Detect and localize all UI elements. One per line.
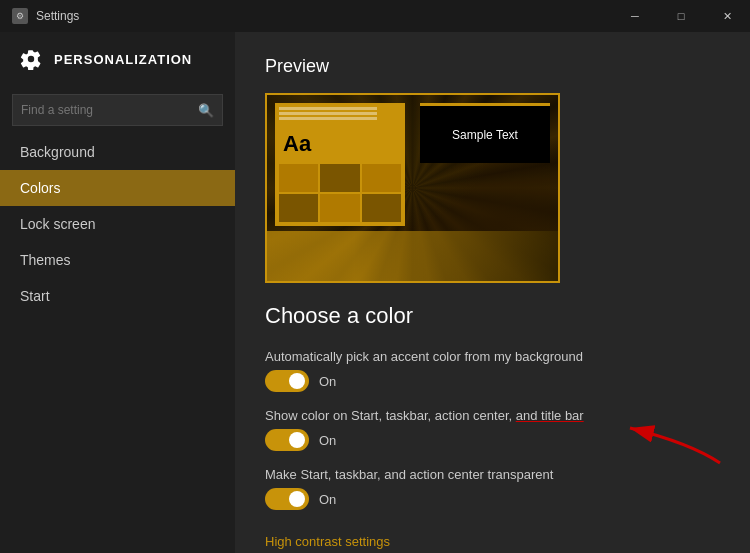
transparent-toggle-label: On bbox=[319, 492, 336, 507]
preview-lines bbox=[279, 107, 401, 120]
sidebar-header: PERSONALIZATION bbox=[0, 32, 235, 86]
preview-inner: Aa bbox=[275, 103, 405, 226]
show-color-toggle-row: On bbox=[265, 429, 720, 451]
setting-transparent: Make Start, taskbar, and action center t… bbox=[265, 467, 720, 510]
sidebar-header-title: PERSONALIZATION bbox=[54, 52, 192, 67]
sidebar-item-lock-screen[interactable]: Lock screen bbox=[0, 206, 235, 242]
auto-accent-toggle-row: On bbox=[265, 370, 720, 392]
auto-accent-label: Automatically pick an accent color from … bbox=[265, 349, 720, 364]
sidebar-item-background[interactable]: Background bbox=[0, 134, 235, 170]
transparent-toggle-knob bbox=[289, 491, 305, 507]
preview-line-2 bbox=[279, 112, 377, 115]
show-color-underlined: and title bar bbox=[516, 408, 584, 423]
preview-bottom-strip bbox=[267, 231, 558, 281]
show-color-toggle-label: On bbox=[319, 433, 336, 448]
gear-icon bbox=[20, 48, 42, 70]
show-color-toggle-knob bbox=[289, 432, 305, 448]
sidebar-search: 🔍 bbox=[0, 86, 235, 134]
preview-container: Aa Sample Text bbox=[265, 93, 560, 283]
title-bar: ⚙ Settings ─ □ ✕ bbox=[0, 0, 750, 32]
transparent-toggle-row: On bbox=[265, 488, 720, 510]
setting-auto-accent: Automatically pick an accent color from … bbox=[265, 349, 720, 392]
auto-accent-toggle-label: On bbox=[319, 374, 336, 389]
preview-tile-1 bbox=[279, 164, 318, 192]
content-area: Preview Aa bbox=[235, 32, 750, 553]
sidebar-item-colors[interactable]: Colors bbox=[0, 170, 235, 206]
preview-tiles bbox=[279, 164, 401, 222]
preview-line-1 bbox=[279, 107, 377, 110]
minimize-button[interactable]: ─ bbox=[612, 0, 658, 32]
sidebar-nav: Background Colors Lock screen Themes Sta… bbox=[0, 134, 235, 314]
preview-sample-text: Sample Text bbox=[452, 128, 518, 142]
show-color-label: Show color on Start, taskbar, action cen… bbox=[265, 408, 720, 423]
app-icon: ⚙ bbox=[12, 8, 28, 24]
app-title: Settings bbox=[36, 9, 79, 23]
preview-tile-4 bbox=[279, 194, 318, 222]
main-layout: PERSONALIZATION 🔍 Background Colors Lock… bbox=[0, 32, 750, 553]
preview-tile-5 bbox=[320, 194, 359, 222]
preview-title: Preview bbox=[265, 56, 720, 77]
preview-tile-6 bbox=[362, 194, 401, 222]
close-button[interactable]: ✕ bbox=[704, 0, 750, 32]
transparent-label: Make Start, taskbar, and action center t… bbox=[265, 467, 720, 482]
maximize-button[interactable]: □ bbox=[658, 0, 704, 32]
preview-tile-2 bbox=[320, 164, 359, 192]
high-contrast-link[interactable]: High contrast settings bbox=[265, 534, 390, 549]
preview-line-3 bbox=[279, 117, 377, 120]
auto-accent-toggle-knob bbox=[289, 373, 305, 389]
title-bar-left: ⚙ Settings bbox=[12, 8, 79, 24]
show-color-toggle[interactable] bbox=[265, 429, 309, 451]
search-input[interactable] bbox=[21, 103, 198, 117]
title-bar-controls: ─ □ ✕ bbox=[612, 0, 750, 32]
sidebar: PERSONALIZATION 🔍 Background Colors Lock… bbox=[0, 32, 235, 553]
preview-aa-text: Aa bbox=[279, 127, 401, 161]
search-icon: 🔍 bbox=[198, 103, 214, 118]
search-box[interactable]: 🔍 bbox=[12, 94, 223, 126]
content-wrapper: Preview Aa bbox=[265, 56, 720, 550]
transparent-toggle[interactable] bbox=[265, 488, 309, 510]
setting-show-color: Show color on Start, taskbar, action cen… bbox=[265, 408, 720, 451]
sidebar-item-start[interactable]: Start bbox=[0, 278, 235, 314]
auto-accent-toggle[interactable] bbox=[265, 370, 309, 392]
preview-tile-3 bbox=[362, 164, 401, 192]
preview-sample-text-box: Sample Text bbox=[420, 103, 550, 163]
sidebar-item-themes[interactable]: Themes bbox=[0, 242, 235, 278]
choose-color-title: Choose a color bbox=[265, 303, 720, 329]
